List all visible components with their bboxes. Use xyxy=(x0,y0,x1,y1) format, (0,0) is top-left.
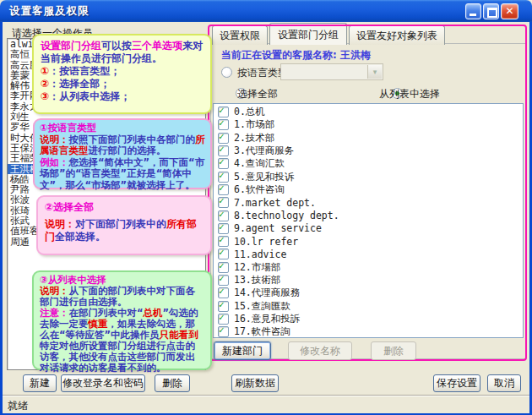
department-row[interactable]: ✓11.advice xyxy=(214,248,523,260)
checkbox-checked-icon[interactable]: ✓ xyxy=(218,248,229,259)
department-label: 13.技術部 xyxy=(234,274,280,287)
checkbox-checked-icon[interactable]: ✓ xyxy=(218,145,229,156)
tooltip-select-all: ②选择全部说明：对下面部门列表中的所有部门全部选择。 xyxy=(36,195,212,255)
tooltip-line: 说明：按照下面部门列表中各部门的所属语言类型进行部门的选择。 xyxy=(40,134,205,157)
department-label: 16.意見和投訴 xyxy=(234,313,300,325)
department-label: 1.市场部 xyxy=(234,118,274,131)
window-border-left xyxy=(0,22,3,415)
department-row[interactable]: ✓17.軟件咨詢 xyxy=(214,325,523,338)
maximize-button[interactable] xyxy=(483,3,499,19)
tooltip-line: ①按语言类型 xyxy=(40,123,205,134)
checkbox-checked-icon[interactable]: ✓ xyxy=(218,172,229,183)
tooltip-line: 例如：您选择“简体中文”，而下面“市场部”的“语言类型”正好是“简体中文”，那么… xyxy=(40,157,205,192)
refresh-data-button[interactable]: 刷新数据 xyxy=(231,374,279,392)
department-label: 12.市場部 xyxy=(234,261,280,274)
tooltip-line: 说明：从下面的部门列表中对下面各部门进行自由选择。 xyxy=(40,286,204,308)
checkbox-checked-icon[interactable]: ✓ xyxy=(218,223,229,234)
status-text: 就绪 xyxy=(8,399,28,413)
checkbox-checked-icon[interactable]: ✓ xyxy=(218,106,229,117)
department-label: 3.代理商服务 xyxy=(234,145,294,157)
chevron-down-icon[interactable]: ▾ xyxy=(367,65,382,79)
department-row[interactable]: ✓4.查询汇款 xyxy=(214,157,523,170)
department-label: 0.总机 xyxy=(234,106,265,118)
tooltip-line: 说明：对下面部门列表中的所有部门全部选择。 xyxy=(45,218,204,243)
department-row[interactable]: ✓14.代理商服務 xyxy=(214,287,523,299)
department-row[interactable]: ✓1.市场部 xyxy=(214,118,523,131)
close-button[interactable]: ✕ xyxy=(501,3,518,19)
tab-1[interactable]: 设置部门分组 xyxy=(269,23,347,45)
tooltip-by-language: ①按语言类型说明：按照下面部门列表中各部门的所属语言类型进行部门的选择。例如：您… xyxy=(33,118,212,189)
checkbox-checked-icon[interactable]: ✓ xyxy=(218,301,229,312)
department-row[interactable]: ✓16.意見和投訴 xyxy=(214,313,523,325)
save-settings-button[interactable]: 保存设置 xyxy=(433,374,480,392)
department-label: 5.意见和投诉 xyxy=(234,171,294,183)
minimize-button[interactable] xyxy=(465,3,481,19)
tooltip-line: ②：选择全部； xyxy=(41,78,204,90)
tab-strip: 设置权限设置部门分组设置友好对象列表 xyxy=(212,26,447,45)
delete-department-button[interactable]: 删除 xyxy=(371,341,416,360)
tooltip-line: 注意：在部门列表中对“总机”勾选的去除一定要慎重，如果去除勾选，那么在“等待应答… xyxy=(40,308,204,374)
language-type-combobox[interactable]: ▾ xyxy=(280,63,383,80)
checkbox-checked-icon[interactable]: ✓ xyxy=(218,119,229,130)
department-label: 8.technology dept. xyxy=(234,210,339,221)
checkbox-checked-icon[interactable]: ✓ xyxy=(218,275,229,286)
tab-0[interactable]: 设置权限 xyxy=(212,25,268,45)
radio-by-language[interactable] xyxy=(221,67,232,78)
tooltip-line: ③：从列表中选择； xyxy=(41,90,204,103)
checkbox-checked-icon[interactable]: ✓ xyxy=(218,210,229,221)
new-operator-button[interactable]: 新建 xyxy=(23,374,57,392)
department-label: 15.查詢匯款 xyxy=(234,300,290,313)
radio-from-list-label: 从列表中选择 xyxy=(379,87,440,101)
department-label: 6.软件咨询 xyxy=(234,183,285,196)
radio-select-all-label: 选择全部 xyxy=(237,87,278,101)
modify-login-password-button[interactable]: 修改登录名和密码 xyxy=(61,374,145,392)
department-label: 7.market dept. xyxy=(234,197,316,209)
department-row[interactable]: ✓0.总机 xyxy=(214,106,523,118)
department-row[interactable]: ✓2.技术部 xyxy=(214,132,523,145)
delete-operator-button[interactable]: 删除 xyxy=(155,374,190,392)
department-label: 4.查询汇款 xyxy=(234,157,285,170)
tooltip-line: ②选择全部 xyxy=(45,201,204,214)
department-checkbox-list[interactable]: ✓0.总机✓1.市场部✓2.技术部✓3.代理商服务✓4.查询汇款✓5.意见和投诉… xyxy=(213,103,524,338)
department-label: 14.代理商服務 xyxy=(234,287,300,299)
checkbox-checked-icon[interactable]: ✓ xyxy=(218,197,229,208)
cancel-button[interactable]: 取消 xyxy=(487,374,521,392)
tooltip-from-list: ③从列表中选择说明：从下面的部门列表中对下面各部门进行自由选择。注意：在部门列表… xyxy=(32,270,212,370)
checkbox-checked-icon[interactable]: ✓ xyxy=(218,262,229,273)
department-row[interactable]: ✓7.market dept. xyxy=(214,196,523,209)
tab-2[interactable]: 设置友好对象列表 xyxy=(349,25,445,45)
new-department-button[interactable]: 新建部门 xyxy=(214,341,271,360)
rename-department-button[interactable]: 修改名称 xyxy=(288,341,352,360)
tooltip-line: ①：按语言类型； xyxy=(41,65,204,78)
checkbox-checked-icon[interactable]: ✓ xyxy=(218,236,229,247)
checkbox-checked-icon[interactable]: ✓ xyxy=(218,287,229,298)
status-bar: 就绪 xyxy=(3,395,529,413)
department-row[interactable]: ✓15.查詢匯款 xyxy=(214,299,523,312)
department-row[interactable]: ✓9.agent service xyxy=(214,222,523,235)
department-label: 10.lr refer xyxy=(234,236,298,248)
title-bar: 设置客服及权限 ✕ xyxy=(0,0,532,22)
department-label: 17.軟件咨詢 xyxy=(234,325,290,338)
department-row[interactable]: ✓10.lr refer xyxy=(214,235,523,248)
department-row[interactable]: ✓13.技術部 xyxy=(214,274,523,287)
current-agent-label: 当前正在设置的客服名称: 王洪梅 xyxy=(221,48,371,63)
checkbox-checked-icon[interactable]: ✓ xyxy=(218,326,229,337)
department-row[interactable]: ✓8.technology dept. xyxy=(214,209,523,221)
checkbox-checked-icon[interactable]: ✓ xyxy=(218,133,229,144)
department-row[interactable]: ✓12.市場部 xyxy=(214,261,523,274)
department-row[interactable]: ✓5.意见和投诉 xyxy=(214,170,523,183)
department-label: 9.agent service xyxy=(234,222,322,234)
checkbox-checked-icon[interactable]: ✓ xyxy=(218,314,229,325)
checkbox-checked-icon[interactable]: ✓ xyxy=(218,184,229,195)
department-row[interactable]: ✓3.代理商服务 xyxy=(214,145,523,157)
tooltip-line: 设置部门分组可以按三个单选项来对当前操作员进行部门分组。 xyxy=(41,40,204,65)
tooltip-overview: 设置部门分组可以按三个单选项来对当前操作员进行部门分组。①：按语言类型；②：选择… xyxy=(32,34,212,114)
checkbox-checked-icon[interactable]: ✓ xyxy=(218,158,229,169)
department-row[interactable]: ✓6.软件咨询 xyxy=(214,183,523,196)
window-title: 设置客服及权限 xyxy=(9,4,90,19)
department-label: 11.advice xyxy=(234,248,286,260)
department-label: 2.技术部 xyxy=(234,132,274,145)
